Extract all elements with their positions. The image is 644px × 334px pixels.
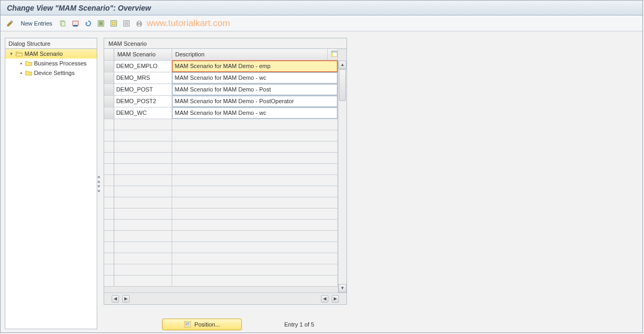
- horizontal-scrollbar: ◀ ▶ ◀ ▶: [104, 293, 346, 304]
- table-row[interactable]: [104, 275, 338, 286]
- table-settings-icon[interactable]: [327, 49, 337, 60]
- svg-rect-25: [187, 325, 189, 327]
- table-row[interactable]: [104, 119, 338, 130]
- table-footer: Position... Entry 1 of 5: [104, 319, 347, 330]
- svg-rect-4: [99, 21, 103, 22]
- row-selector[interactable]: [104, 152, 114, 163]
- description-input[interactable]: [172, 96, 337, 107]
- row-selector[interactable]: [104, 186, 114, 197]
- entry-count-text: Entry 1 of 5: [284, 321, 314, 328]
- row-selector[interactable]: [104, 95, 114, 107]
- toggle-display-change-icon[interactable]: [5, 18, 15, 29]
- table-row[interactable]: DEMO_POST: [104, 84, 338, 95]
- svg-rect-11: [125, 23, 129, 24]
- body-area: Dialog Structure ▾ MAM Scenario • Busine…: [1, 32, 642, 332]
- print-icon[interactable]: [134, 18, 145, 29]
- row-selector[interactable]: [104, 208, 114, 219]
- scenario-cell[interactable]: DEMO_POST: [114, 84, 172, 95]
- row-selector[interactable]: [104, 72, 114, 84]
- scroll-down-icon[interactable]: ▼: [338, 284, 346, 293]
- folder-open-icon: [15, 51, 23, 57]
- row-selector[interactable]: [104, 253, 114, 264]
- tree-node-mam-scenario[interactable]: ▾ MAM Scenario: [5, 49, 97, 59]
- row-selector[interactable]: [104, 275, 114, 286]
- copy-as-icon[interactable]: [57, 18, 68, 29]
- tree-node-label: Device Settings: [34, 68, 74, 78]
- splitter-handle[interactable]: [98, 176, 101, 192]
- tree-node-device-settings[interactable]: • Device Settings: [5, 68, 97, 78]
- row-selector[interactable]: [104, 119, 114, 130]
- description-input[interactable]: [172, 72, 337, 84]
- table-row[interactable]: [104, 174, 338, 186]
- row-selector[interactable]: [104, 60, 114, 72]
- table-row[interactable]: [104, 197, 338, 208]
- svg-rect-6: [99, 24, 103, 25]
- table-row[interactable]: DEMO_POST2: [104, 95, 338, 107]
- description-input[interactable]: [172, 107, 337, 119]
- row-selector[interactable]: [104, 230, 114, 241]
- description-input[interactable]: [172, 84, 337, 95]
- scenario-cell[interactable]: DEMO_WC: [114, 107, 172, 119]
- scroll-thumb[interactable]: [339, 69, 346, 101]
- scenario-cell[interactable]: DEMO_MRS: [114, 72, 172, 84]
- grid-panel: MAM Scenario MAM Scenario Description: [104, 38, 347, 305]
- table-row[interactable]: [104, 163, 338, 174]
- row-selector[interactable]: [104, 174, 114, 186]
- svg-rect-5: [99, 23, 103, 24]
- description-input[interactable]: [172, 61, 337, 72]
- vertical-scrollbar[interactable]: ▲ ▼: [338, 61, 346, 293]
- new-entries-button[interactable]: New Entries: [18, 18, 55, 29]
- table-row[interactable]: [104, 186, 338, 197]
- row-selector[interactable]: [104, 130, 114, 141]
- folder-closed-icon: [25, 70, 32, 76]
- row-selector[interactable]: [104, 197, 114, 208]
- select-all-icon[interactable]: [96, 18, 106, 29]
- data-table: MAM Scenario Description DEMO_EMPLODEMO_…: [104, 49, 338, 287]
- corner-selector[interactable]: [104, 49, 114, 60]
- table-row[interactable]: [104, 219, 338, 230]
- table-row[interactable]: DEMO_WC: [104, 107, 338, 119]
- row-selector[interactable]: [104, 264, 114, 275]
- scroll-up-icon[interactable]: ▲: [338, 61, 346, 69]
- row-selector[interactable]: [104, 241, 114, 253]
- table-row[interactable]: DEMO_MRS: [104, 72, 338, 84]
- grid-wrapper: MAM Scenario Description DEMO_EMPLODEMO_…: [104, 48, 347, 305]
- table-row[interactable]: [104, 152, 338, 163]
- row-selector[interactable]: [104, 163, 114, 174]
- expand-toggle-icon[interactable]: ▾: [9, 49, 14, 59]
- scenario-cell[interactable]: DEMO_POST2: [114, 96, 172, 107]
- column-header-description[interactable]: Description: [172, 49, 327, 60]
- row-selector[interactable]: [104, 219, 114, 230]
- table-row[interactable]: [104, 130, 338, 141]
- tree-node-business-processes[interactable]: • Business Processes: [5, 59, 97, 68]
- scroll-right-icon[interactable]: ▶: [332, 295, 339, 303]
- app-window: Change View "MAM Scenario": Overview New…: [0, 0, 643, 333]
- position-button[interactable]: Position...: [162, 319, 242, 330]
- table-row[interactable]: [104, 208, 338, 219]
- svg-rect-15: [138, 24, 141, 26]
- table-row[interactable]: [104, 253, 338, 264]
- svg-rect-23: [187, 324, 189, 325]
- column-header-scenario[interactable]: MAM Scenario: [114, 49, 172, 60]
- scroll-right-icon[interactable]: ▶: [122, 295, 130, 303]
- delete-icon[interactable]: [70, 18, 81, 29]
- scenario-cell[interactable]: DEMO_EMPLO: [114, 61, 172, 72]
- row-selector[interactable]: [104, 107, 114, 119]
- tree-header: Dialog Structure: [5, 38, 97, 49]
- scroll-left-icon[interactable]: ◀: [112, 295, 119, 303]
- position-button-label: Position...: [194, 321, 220, 328]
- row-selector[interactable]: [104, 84, 114, 95]
- table-row[interactable]: DEMO_EMPLO: [104, 60, 338, 72]
- grid-title: MAM Scenario: [104, 38, 347, 48]
- row-selector[interactable]: [104, 141, 114, 152]
- scroll-left-icon[interactable]: ◀: [321, 295, 328, 303]
- table-row[interactable]: [104, 230, 338, 241]
- select-block-icon[interactable]: [108, 18, 119, 29]
- table-row[interactable]: [104, 141, 338, 152]
- table-row[interactable]: [104, 241, 338, 253]
- svg-rect-1: [62, 21, 65, 26]
- undo-change-icon[interactable]: [83, 18, 94, 29]
- dialog-structure-tree: Dialog Structure ▾ MAM Scenario • Busine…: [5, 38, 97, 329]
- table-row[interactable]: [104, 264, 338, 275]
- deselect-all-icon[interactable]: [121, 18, 132, 29]
